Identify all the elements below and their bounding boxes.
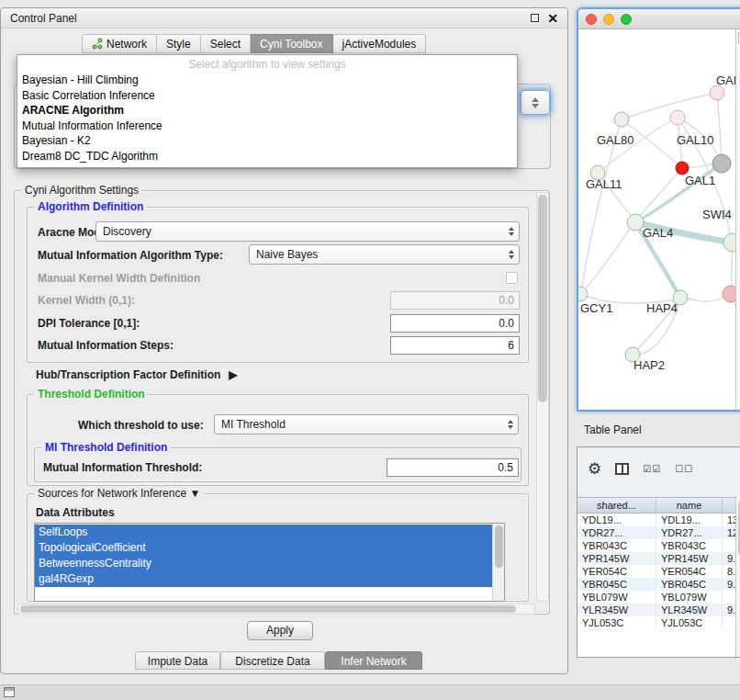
network-vertical-scrollbar[interactable] (735, 29, 740, 410)
table-row[interactable]: YPR145W YPR145W 9. (577, 552, 740, 565)
scrollbar-thumb[interactable] (495, 525, 503, 568)
mi-threshold-value: 0.5 (498, 461, 513, 474)
table-cell[interactable]: YPR145W (656, 552, 723, 565)
kernel-width-field[interactable]: 0.0 (390, 291, 520, 310)
minimized-panel-icon[interactable] (4, 687, 15, 697)
table-cell[interactable]: YBR043C (656, 539, 723, 552)
menu-item-dream8[interactable]: Dream8 DC_TDC Algorithm (17, 149, 517, 164)
tab-impute-data[interactable]: Impute Data (135, 651, 220, 670)
manual-kernel-checkbox[interactable] (506, 272, 518, 284)
mac-zoom-icon[interactable] (621, 14, 632, 25)
table-row[interactable]: YER054C YER054C 8. (577, 565, 740, 578)
sources-group-title[interactable]: Sources for Network Inference ▼ (34, 487, 204, 500)
scrollbar-thumb[interactable] (20, 605, 516, 613)
table-row[interactable]: YBL079W YBL079W (577, 591, 740, 604)
table-row[interactable]: YDR27... YDR27... 12 (577, 526, 740, 539)
tab-style[interactable]: Style (157, 34, 201, 53)
menu-item-bayesian-k2[interactable]: Bayesian - K2 (17, 133, 517, 149)
threads-spinner-button[interactable] (521, 90, 550, 115)
table-cell[interactable]: YLR345W (656, 604, 723, 616)
node-label-gal80: GAL80 (597, 133, 633, 147)
which-threshold-combobox[interactable]: MI Threshold (214, 414, 519, 435)
mac-minimize-icon[interactable] (603, 14, 614, 25)
tab-infer-network[interactable]: Infer Network (325, 651, 422, 670)
spinner-up-icon[interactable] (532, 97, 539, 102)
table-cell[interactable]: YDR27... (656, 526, 723, 539)
columns-icon[interactable] (615, 463, 629, 475)
dpi-tolerance-field[interactable]: 0.0 (390, 314, 520, 333)
apply-button[interactable]: Apply (247, 621, 313, 640)
table-cell[interactable]: YLR345W (577, 604, 656, 616)
aracne-mode-value: Discovery (103, 225, 151, 238)
table-row[interactable]: YJL053C YJL053C (577, 616, 740, 629)
tab-select[interactable]: Select (201, 34, 251, 53)
table-cell[interactable]: YBR043C (577, 539, 656, 552)
mi-steps-field[interactable]: 6 (390, 336, 520, 355)
aracne-mode-combobox[interactable]: Discovery (95, 221, 520, 242)
table-row[interactable]: YBR045C YBR045C 9. (577, 578, 740, 591)
table-cell[interactable]: YDL19... (577, 514, 656, 526)
menu-item-bayesian-hill-climbing[interactable]: Bayesian - Hill Climbing (17, 73, 517, 88)
table-vertical-scrollbar[interactable] (735, 497, 740, 657)
tab-jactivemodules[interactable]: jActiveModules (333, 34, 427, 53)
data-attributes-list[interactable]: SelfLoops TopologicalCoefficient Between… (34, 523, 505, 602)
select-all-icon[interactable]: ☑☑ (643, 464, 661, 474)
combo-arrows-icon (509, 227, 514, 236)
mi-type-label: Mutual Information Algorithm Type: (38, 249, 223, 262)
list-item-betweennesscentrality[interactable]: BetweennessCentrality (35, 556, 492, 571)
table-cell[interactable]: YER054C (656, 565, 723, 578)
tab-cyni-toolbox[interactable]: Cyni Toolbox (251, 34, 332, 53)
table-row[interactable]: YBR043C YBR043C (577, 539, 740, 552)
gear-icon[interactable]: ⚙ (588, 461, 601, 477)
deselect-all-icon[interactable]: ☐☐ (675, 464, 693, 474)
table-cell[interactable]: YJL053C (577, 616, 656, 629)
settings-horizontal-scrollbar[interactable] (17, 604, 535, 615)
table-cell[interactable]: YPR145W (577, 552, 656, 565)
chevron-right-icon[interactable]: ▶ (229, 368, 237, 381)
table-cell[interactable]: YDR27... (577, 526, 656, 539)
tab-network[interactable]: Network (82, 34, 157, 53)
chevron-down-icon[interactable]: ▼ (189, 487, 200, 500)
menu-item-basic-correlation[interactable]: Basic Correlation Inference (17, 88, 517, 104)
hub-definition-toggle[interactable]: Hub/Transcription Factor Definition ▶ (36, 368, 238, 381)
mi-threshold-label: Mutual Information Threshold: (43, 461, 202, 474)
table-cell[interactable]: YJL053C (656, 616, 723, 629)
tab-style-label: Style (166, 38, 191, 51)
list-item-selfloops[interactable]: SelfLoops (35, 525, 492, 540)
kernel-width-value: 0.0 (499, 294, 514, 307)
threshold-definition-title: Threshold Definition (34, 388, 149, 401)
table-cell[interactable]: YBL079W (656, 591, 723, 604)
network-node-selected-red[interactable] (676, 162, 689, 175)
network-node[interactable] (710, 85, 724, 100)
list-item-topologicalcoefficient[interactable]: TopologicalCoefficient (35, 540, 492, 556)
mi-threshold-field[interactable]: 0.5 (387, 458, 519, 477)
network-canvas[interactable]: GAL8 GAL80 GAL10 GAL11 GAL1 SWI4 GAL4 GC… (578, 29, 740, 410)
table-row[interactable]: YDL19... YDL19... 13 (577, 514, 740, 526)
menu-item-mutual-information[interactable]: Mutual Information Inference (17, 119, 517, 134)
float-window-icon[interactable] (531, 14, 539, 22)
table-row[interactable]: YLR345W YLR345W 9. (577, 604, 740, 616)
column-header-name[interactable]: name (656, 498, 723, 513)
table-cell[interactable]: YDL19... (656, 514, 723, 526)
attribute-list-scrollbar[interactable] (492, 524, 504, 601)
network-node[interactable] (627, 214, 644, 231)
tab-discretize-data[interactable]: Discretize Data (220, 651, 325, 670)
column-header-shared-name[interactable]: shared... (577, 498, 656, 513)
list-item-gal4rgexp[interactable]: gal4RGexp (35, 571, 492, 587)
table-cell[interactable]: YBL079W (577, 591, 656, 604)
mac-close-icon[interactable] (586, 14, 597, 25)
mi-type-combobox[interactable]: Naive Bayes (249, 244, 520, 265)
scrollbar-thumb[interactable] (538, 195, 547, 402)
table-cell[interactable]: YBR045C (656, 578, 723, 591)
network-node-gray[interactable] (712, 154, 731, 173)
network-view-window: GAL8 GAL80 GAL10 GAL11 GAL1 SWI4 GAL4 GC… (577, 7, 740, 412)
dpi-tolerance-label: DPI Tolerance [0,1]: (38, 317, 140, 330)
table-cell[interactable]: YER054C (577, 565, 656, 578)
spinner-down-icon[interactable] (532, 104, 539, 108)
network-node[interactable] (670, 110, 685, 125)
network-node[interactable] (614, 112, 629, 127)
table-cell[interactable]: YBR045C (577, 578, 656, 591)
settings-vertical-scrollbar[interactable] (536, 192, 549, 602)
menu-item-aracne[interactable]: ARACNE Algorithm (17, 103, 517, 119)
close-icon[interactable]: ✕ (547, 12, 558, 25)
